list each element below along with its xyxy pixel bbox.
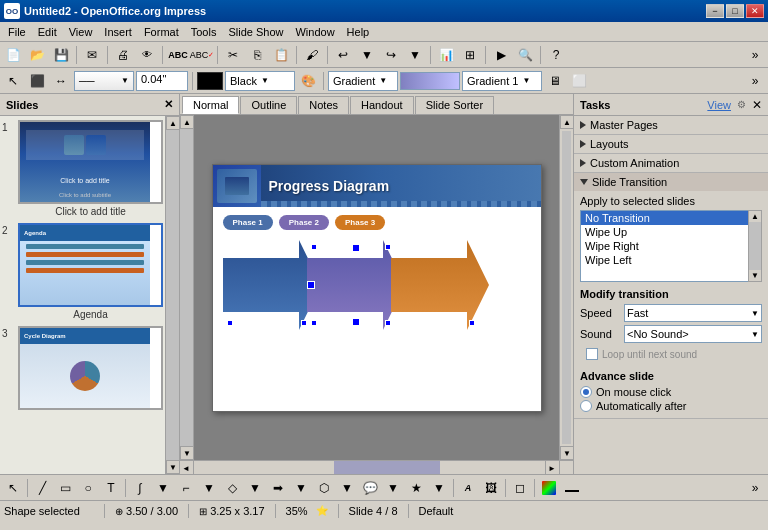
minimize-button[interactable]: − xyxy=(706,4,724,18)
slides-panel-close[interactable]: ✕ xyxy=(164,98,173,111)
arrows-diagram[interactable] xyxy=(213,234,541,336)
tasks-view-link[interactable]: View xyxy=(707,99,731,111)
select-arrow[interactable]: ↖ xyxy=(2,70,24,92)
scroll-track[interactable] xyxy=(166,130,179,460)
menu-slideshow[interactable]: Slide Show xyxy=(222,25,289,39)
maximize-button[interactable]: □ xyxy=(726,4,744,18)
draw-flowchart[interactable]: ⬡ xyxy=(313,477,335,499)
tl-scroll-track[interactable] xyxy=(749,222,761,270)
menu-view[interactable]: View xyxy=(63,25,99,39)
draw-select[interactable]: ↖ xyxy=(2,477,24,499)
window-button[interactable]: ⬜ xyxy=(568,70,590,92)
color-fill-btn[interactable] xyxy=(538,477,560,499)
loop-checkbox[interactable] xyxy=(586,348,598,360)
slide-thumbnail-3[interactable]: Cycle Diagram xyxy=(18,326,163,410)
line-size-input[interactable]: 0.04" xyxy=(136,71,188,91)
draw-text[interactable]: T xyxy=(100,477,122,499)
canvas-vscroll-track[interactable] xyxy=(562,131,571,444)
slide-thumbnail-2[interactable]: Agenda xyxy=(18,223,163,307)
layouts-header[interactable]: Layouts xyxy=(574,135,768,153)
paint-button[interactable]: 🖌 xyxy=(301,44,323,66)
fill-type-dropdown[interactable]: Gradient▼ xyxy=(328,71,398,91)
draw-stars[interactable]: ★ xyxy=(405,477,427,499)
color-picker-dropdown[interactable]: Black▼ xyxy=(197,71,295,91)
draw-callout-arrow[interactable]: ▼ xyxy=(382,477,404,499)
scroll-up-left[interactable]: ▲ xyxy=(180,115,194,129)
transition-item-wiperight[interactable]: Wipe Right xyxy=(581,239,761,253)
draw-stars-arrow[interactable]: ▼ xyxy=(428,477,450,499)
mouse-click-radio[interactable] xyxy=(580,386,592,398)
scroll-track-left[interactable] xyxy=(180,129,193,446)
handle-br3[interactable] xyxy=(469,320,475,326)
menu-insert[interactable]: Insert xyxy=(98,25,138,39)
close-button[interactable]: ✕ xyxy=(746,4,764,18)
draw-basic-arrow[interactable]: ▼ xyxy=(244,477,266,499)
handle-bm[interactable] xyxy=(352,318,360,326)
preview-button[interactable]: 👁 xyxy=(136,44,158,66)
transition-list-vscroll[interactable]: ▲ ▼ xyxy=(748,210,762,282)
menu-window[interactable]: Window xyxy=(289,25,340,39)
print-button[interactable]: 🖨 xyxy=(112,44,134,66)
paste-button[interactable]: 📋 xyxy=(270,44,292,66)
undo-button[interactable]: ↩ xyxy=(332,44,354,66)
draw-connector[interactable]: ⌐ xyxy=(175,477,197,499)
list-item[interactable]: 2 Agenda xyxy=(2,223,163,320)
tab-outline[interactable]: Outline xyxy=(240,96,297,114)
handle-bl[interactable] xyxy=(227,320,233,326)
points-button[interactable]: ⬛ xyxy=(26,70,48,92)
tab-slide-sorter[interactable]: Slide Sorter xyxy=(415,96,494,114)
tl-scroll-up[interactable]: ▲ xyxy=(749,211,761,222)
canvas-main[interactable]: Progress Diagram Phase 1 Phase 2 Phase 3 xyxy=(194,115,559,460)
mirror-button[interactable]: ↔ xyxy=(50,70,72,92)
tab-handout[interactable]: Handout xyxy=(350,96,414,114)
redo-button[interactable]: ↪ xyxy=(380,44,402,66)
draw-image[interactable]: 🖼 xyxy=(480,477,502,499)
handle-tl[interactable] xyxy=(311,244,317,250)
transition-item-none[interactable]: No Transition xyxy=(581,211,761,225)
slide-thumbnail-1[interactable]: Click to add title Click to add subtitle xyxy=(18,120,163,204)
draw-rect-outline[interactable]: ▭ xyxy=(54,477,76,499)
color-name-dropdown[interactable]: Black▼ xyxy=(225,71,295,91)
draw-flowchart-arrow[interactable]: ▼ xyxy=(336,477,358,499)
left-panel-vscroll[interactable]: ▲ ▼ xyxy=(180,115,194,460)
handle-tm[interactable] xyxy=(352,244,360,252)
list-item[interactable]: 3 Cycle Diagram xyxy=(2,326,163,412)
menu-file[interactable]: File xyxy=(2,25,32,39)
handle-lm[interactable] xyxy=(307,281,315,289)
handle-bl2[interactable] xyxy=(311,320,317,326)
color-line-btn[interactable] xyxy=(561,477,583,499)
draw-arrow-shapes[interactable]: ➡ xyxy=(267,477,289,499)
slide-canvas[interactable]: Progress Diagram Phase 1 Phase 2 Phase 3 xyxy=(212,164,542,412)
draw-connector-arrow[interactable]: ▼ xyxy=(198,477,220,499)
draw-ellipse[interactable]: ○ xyxy=(77,477,99,499)
autocorrect-button[interactable]: ABC✓ xyxy=(191,44,213,66)
monitor-button[interactable]: 🖥 xyxy=(544,70,566,92)
slide-transition-header[interactable]: Slide Transition xyxy=(574,173,768,191)
menu-help[interactable]: Help xyxy=(341,25,376,39)
cut-button[interactable]: ✂ xyxy=(222,44,244,66)
scroll-down-left[interactable]: ▼ xyxy=(180,446,194,460)
slides-scrollbar[interactable]: ▲ ▼ xyxy=(165,116,179,474)
draw-arrow-shapes-arrow[interactable]: ▼ xyxy=(290,477,312,499)
canvas-scroll-down[interactable]: ▼ xyxy=(560,446,573,460)
speed-dropdown[interactable]: Fast ▼ xyxy=(624,304,762,322)
draw-toolbar-expand[interactable]: » xyxy=(744,477,766,499)
chart-button[interactable]: 📊 xyxy=(435,44,457,66)
draw-curve[interactable]: ∫ xyxy=(129,477,151,499)
color-picker-btn[interactable]: 🎨 xyxy=(297,70,319,92)
list-item[interactable]: 1 Click to add title Click to add subtit… xyxy=(2,120,163,217)
sound-dropdown[interactable]: <No Sound> ▼ xyxy=(624,325,762,343)
tasks-close-btn[interactable]: ✕ xyxy=(752,98,762,112)
menu-tools[interactable]: Tools xyxy=(185,25,223,39)
draw-curve-arrow[interactable]: ▼ xyxy=(152,477,174,499)
canvas-vscroll[interactable]: ▲ ▼ xyxy=(559,115,573,460)
copy-button[interactable]: ⎘ xyxy=(246,44,268,66)
master-pages-header[interactable]: Master Pages xyxy=(574,116,768,134)
undo-arrow[interactable]: ▼ xyxy=(356,44,378,66)
draw-basic-shapes[interactable]: ◇ xyxy=(221,477,243,499)
gradient-name-dropdown[interactable]: Gradient 1▼ xyxy=(462,71,542,91)
draw-fontwork[interactable]: A xyxy=(457,477,479,499)
tab-notes[interactable]: Notes xyxy=(298,96,349,114)
new-button[interactable]: 📄 xyxy=(2,44,24,66)
draw-shadow[interactable]: ◻ xyxy=(509,477,531,499)
